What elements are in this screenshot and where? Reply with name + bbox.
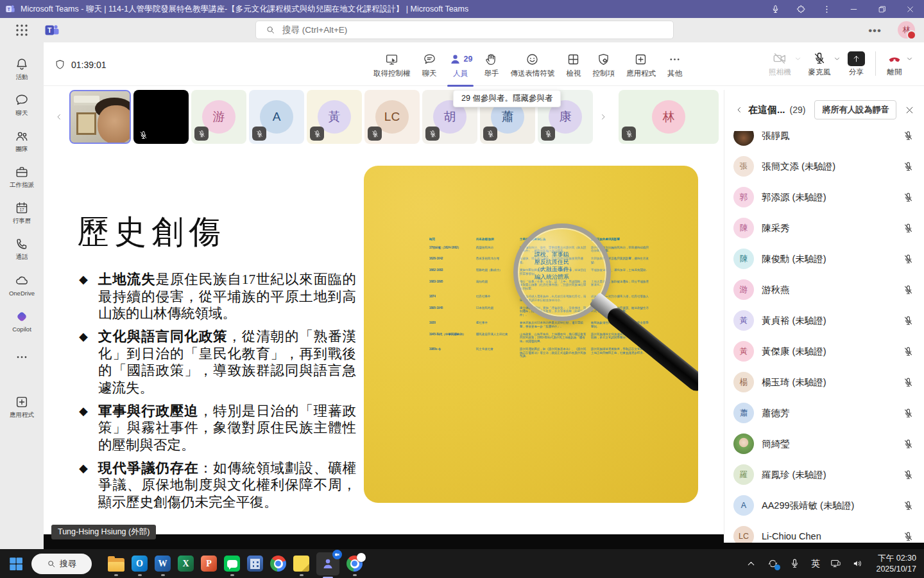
sidebar-item-activity[interactable]: 活動 <box>0 51 44 87</box>
toolbar-apps-button[interactable]: 應用程式 <box>620 49 662 81</box>
teams-taskbar-icon[interactable] <box>316 552 339 575</box>
tray-chevron-up-icon[interactable] <box>746 558 757 569</box>
sidebar-item-copilot[interactable]: Copilot <box>0 303 44 339</box>
restore-button[interactable] <box>868 0 896 18</box>
mic-options-chevron-icon[interactable] <box>833 55 841 63</box>
participant-row[interactable]: 張張簡文添 (未驗證) <box>724 151 924 182</box>
mic-off-icon[interactable] <box>903 469 914 480</box>
mic-off-icon[interactable] <box>903 223 914 234</box>
calculator-icon[interactable] <box>247 556 263 572</box>
chrome-icon[interactable] <box>270 556 286 572</box>
video-tile-avatar[interactable]: 游 <box>191 90 246 144</box>
participant-row[interactable]: 陳陳采秀 <box>724 213 924 243</box>
powerpoint-icon[interactable]: P <box>201 556 217 572</box>
word-icon[interactable]: W <box>155 556 171 572</box>
leave-button[interactable]: 離開 <box>884 49 905 80</box>
participant-row[interactable]: 楊楊玉琦 (未驗證) <box>724 367 924 398</box>
teams-logo-icon[interactable]: T <box>44 22 60 38</box>
mic-off-icon[interactable] <box>903 377 914 388</box>
toolbar-button-label: 傳送表情符號 <box>510 69 554 78</box>
excel-icon[interactable]: X <box>178 556 194 572</box>
browser-menu-icon[interactable] <box>814 0 839 18</box>
mic-off-icon[interactable] <box>903 439 914 450</box>
network-display-icon[interactable] <box>830 558 841 569</box>
line-app-icon[interactable] <box>224 556 240 572</box>
speaker-icon[interactable] <box>852 558 863 569</box>
mic-off-icon[interactable] <box>903 131 914 141</box>
sidebar-item-teams[interactable]: 團隊 <box>0 123 44 159</box>
mic-off-icon[interactable] <box>903 346 914 357</box>
mic-off-icon[interactable] <box>903 161 914 172</box>
camera-button[interactable]: 照相機 <box>766 49 794 80</box>
video-tile-me[interactable]: 林 <box>619 90 719 144</box>
leave-options-chevron-icon[interactable] <box>905 55 914 63</box>
extensions-icon[interactable] <box>788 0 814 18</box>
mic-off-icon[interactable] <box>903 531 914 542</box>
video-tile-active-speaker[interactable] <box>69 90 131 144</box>
sidebar-item-onedrive[interactable]: OneDrive <box>0 267 44 303</box>
toolbar-controls-button[interactable]: 控制項 <box>586 49 620 81</box>
camera-options-chevron-icon[interactable] <box>794 55 802 63</box>
toolbar-view-button[interactable]: 檢視 <box>560 49 586 81</box>
participant-row[interactable]: 黃黃傑康 (未驗證) <box>724 336 924 367</box>
back-chevron-icon[interactable] <box>735 105 744 114</box>
taskbar-clock[interactable]: 下午 02:30 2025/10/17 <box>876 553 916 575</box>
participant-row[interactable]: 游游秋燕 <box>724 274 924 305</box>
mic-off-icon[interactable] <box>903 500 914 511</box>
toolbar-reactions-button[interactable]: 傳送表情符號 <box>504 49 560 81</box>
video-tile-avatar[interactable]: LC <box>364 90 420 144</box>
toolbar-take-control-button[interactable]: 取得控制權 <box>368 49 416 81</box>
mute-all-button[interactable]: 將所有人設為靜音 <box>814 100 896 119</box>
toolbar-raise-hand-button[interactable]: 舉手 <box>478 49 504 81</box>
video-tile-avatar[interactable]: A <box>249 90 304 144</box>
video-tile-camera-off[interactable] <box>133 90 189 144</box>
taskbar-search[interactable]: 搜尋 <box>31 554 101 574</box>
participant-row[interactable]: AAA299張靖敏 (未驗證) <box>724 490 924 521</box>
chrome-profile-icon[interactable] <box>346 556 363 572</box>
file-explorer-icon[interactable] <box>108 556 124 572</box>
sidebar-item-more[interactable] <box>0 339 44 375</box>
mic-off-icon[interactable] <box>903 192 914 203</box>
filmstrip-prev-button[interactable] <box>51 90 67 144</box>
tray-mic-icon[interactable] <box>789 558 800 569</box>
mic-off-icon[interactable] <box>903 285 914 295</box>
participant-row[interactable]: LCLi-Chiou Chen <box>724 521 924 543</box>
toolbar-chat-button[interactable]: 聊天 <box>416 49 443 81</box>
update-sync-icon[interactable] <box>767 558 778 569</box>
sticky-notes-icon[interactable] <box>293 556 309 572</box>
header-more-icon[interactable]: ••• <box>868 24 882 37</box>
search-input[interactable] <box>281 24 673 35</box>
mic-button[interactable]: 麥克風 <box>806 49 834 80</box>
outlook-icon[interactable]: O <box>132 556 148 572</box>
panel-close-icon[interactable] <box>905 105 914 115</box>
share-button[interactable]: 分享 <box>845 49 868 80</box>
sidebar-item-assignments[interactable]: 工作指派 <box>0 159 44 195</box>
sidebar-item-calendar[interactable]: 17行事曆 <box>0 195 44 231</box>
mic-off-icon[interactable] <box>903 254 914 265</box>
participant-row[interactable]: 張靜鳳 <box>724 131 924 151</box>
participant-row[interactable]: 簡綺瑩 <box>724 428 924 459</box>
start-button[interactable] <box>8 556 24 572</box>
mic-off-icon[interactable] <box>903 408 914 419</box>
close-button[interactable] <box>896 0 924 18</box>
video-tile-avatar[interactable]: 黃 <box>307 90 362 144</box>
participant-row[interactable]: 黃黃貞裕 (未驗證) <box>724 305 924 336</box>
tab-mic-icon[interactable] <box>762 0 788 18</box>
toolbar-more-button[interactable]: 其他 <box>662 49 688 81</box>
app-launcher-icon[interactable] <box>14 22 30 38</box>
sidebar-item-apps[interactable]: 應用程式 <box>0 389 44 425</box>
sidebar-item-calls[interactable]: 通話 <box>0 231 44 267</box>
participant-row[interactable]: 蕭蕭德芳 <box>724 398 924 428</box>
toolbar-people-button[interactable]: 29人員 <box>443 49 479 81</box>
hang-up-icon <box>886 51 903 66</box>
participant-row[interactable]: 陳陳俊勳 (未驗證) <box>724 243 924 274</box>
participant-row[interactable]: 郭郭添源 (未驗證) <box>724 182 924 213</box>
profile-avatar[interactable]: 林 <box>898 21 915 39</box>
filmstrip-next-button[interactable] <box>595 90 611 144</box>
participant-row[interactable]: 羅羅鳳珍 (未驗證) <box>724 459 924 490</box>
search-bar[interactable] <box>255 21 674 39</box>
minimize-button[interactable] <box>839 0 868 18</box>
sidebar-item-chat[interactable]: 聊天 <box>0 87 44 123</box>
ime-language-indicator[interactable]: 英 <box>811 558 820 570</box>
mic-off-icon[interactable] <box>903 315 914 326</box>
